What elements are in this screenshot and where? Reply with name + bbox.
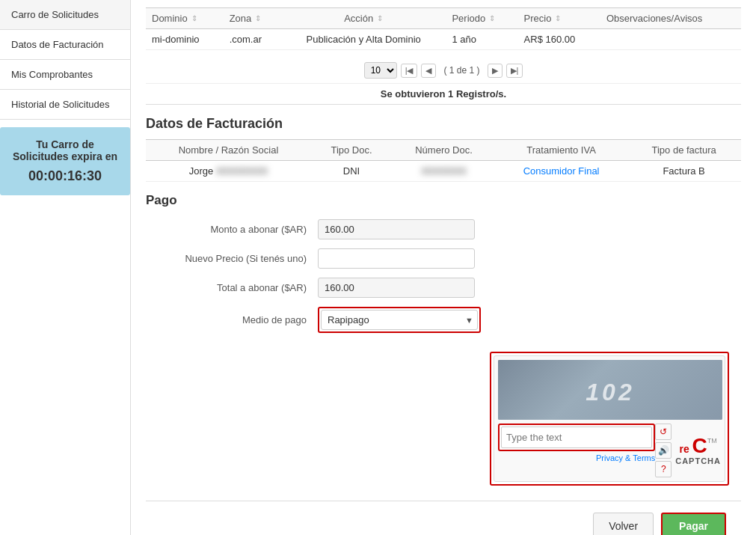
sidebar-item-billing[interactable]: Datos de Facturación [0,30,130,60]
cell-zona: .com.ar [224,29,281,50]
col-accion: Acción ⇕ [281,8,446,29]
pago-section: Pago Monto a abonar ($AR) Nuevo Precio (… [146,193,741,486]
cart-widget-title: Tu Carro de Solicitudes expira en [11,138,119,162]
col-zona: Zona ⇕ [224,8,281,29]
sort-icon-accion[interactable]: ⇕ [377,14,383,22]
captcha-audio-button[interactable]: 🔊 [655,442,672,459]
captcha-icon-buttons: ↺ 🔊 ? [655,424,672,477]
captcha-re-text: re [680,443,689,455]
monto-label: Monto a abonar ($AR) [146,224,318,235]
sort-icon-periodo[interactable]: ⇕ [489,14,495,22]
sidebar-item-receipts[interactable]: Mis Comprobantes [0,60,130,90]
cell-obs [600,29,741,50]
total-input[interactable] [318,278,475,298]
billing-row: Jorge XXXXXXXX DNI XXXXXXX Consumidor Fi… [146,161,741,182]
cell-precio: AR$ 160.00 [518,29,600,50]
captcha-refresh-button[interactable]: ↺ [655,424,672,440]
page-last-button[interactable]: ▶| [506,64,523,78]
captcha-controls: Privacy & Terms ↺ 🔊 ? [498,424,721,477]
captcha-tm: TM [707,437,717,444]
page-first-button[interactable]: |◀ [401,64,418,78]
captcha-inner: 102 Privacy & Terms [494,355,725,482]
billing-col-tipo-factura: Tipo de factura [627,140,741,161]
sidebar-item-history[interactable]: Historial de Solicitudes [0,90,130,120]
col-periodo: Periodo ⇕ [446,8,517,29]
page-prev-button[interactable]: ◀ [421,64,436,78]
billing-cell-nombre: Jorge XXXXXXXX [146,161,311,182]
page-next-button[interactable]: ▶ [488,64,503,78]
sort-icon-precio[interactable]: ⇕ [555,14,561,22]
captcha-image-text: 102 [586,379,634,406]
total-label: Total a abonar ($AR) [146,282,318,293]
sort-icon-dominio[interactable]: ⇕ [191,14,197,22]
cell-dominio: mi-dominio [146,29,224,50]
billing-table: Nombre / Razón Social Tipo Doc. Número D… [146,139,741,182]
cell-accion: Publicación y Alta Dominio [281,29,446,50]
billing-col-num-doc: Número Doc. [392,140,496,161]
pagination-info: ( 1 de 1 ) [443,65,479,76]
captcha-brand-text: CAPTCHA [675,456,721,465]
pago-title: Pago [146,193,741,208]
sidebar: Carro de Solicitudes Datos de Facturació… [0,0,131,535]
nuevo-precio-input[interactable] [318,248,475,269]
captcha-help-button[interactable]: ? [655,461,672,477]
main-content: Dominio ⇕ Zona ⇕ Acción ⇕ [131,0,756,535]
captcha-logo: re C TM CAPTCHA [675,424,721,477]
col-dominio: Dominio ⇕ [146,8,224,29]
billing-cell-num-doc: XXXXXXX [392,161,496,182]
per-page-select[interactable]: 10 25 50 [364,62,397,79]
blurred-surname: XXXXXXXX [216,165,268,177]
captcha-container: 102 Privacy & Terms [318,348,729,486]
pagination-bar: 10 25 50 |◀ ◀ ( 1 de 1 ) ▶ ▶| [146,58,741,84]
blurred-num-doc: XXXXXXX [421,165,467,177]
billing-col-tipo-doc: Tipo Doc. [311,140,392,161]
billing-col-nombre: Nombre / Razón Social [146,140,311,161]
captcha-text-input[interactable] [501,427,652,448]
captcha-wrapper: 102 Privacy & Terms [490,352,729,486]
medio-pago-select[interactable]: Rapipago Mercado Pago Transferencia [321,310,478,330]
medio-pago-row: Medio de pago Rapipago Mercado Pago Tran… [146,307,741,333]
billing-cell-tipo-factura: Factura B [627,161,741,182]
col-precio: Precio ⇕ [518,8,600,29]
volver-button[interactable]: Volver [593,513,654,535]
captcha-c-icon: C [692,434,707,457]
captcha-links: Privacy & Terms [498,453,655,462]
total-row: Total a abonar ($AR) [146,278,741,298]
nuevo-precio-label: Nuevo Precio (Si tenés uno) [146,253,318,264]
medio-pago-label: Medio de pago [146,314,318,325]
billing-section-title: Datos de Facturación [146,116,741,132]
pagar-button[interactable]: Pagar [661,513,726,535]
captcha-image: 102 [498,360,722,420]
cart-widget: Tu Carro de Solicitudes expira en 00:00:… [0,127,130,195]
record-count: Se obtuvieron 1 Registro/s. [146,84,741,105]
sort-icon-zona[interactable]: ⇕ [255,14,261,22]
sidebar-item-cart[interactable]: Carro de Solicitudes [0,0,130,30]
table-row: mi-dominio .com.ar Publicación y Alta Do… [146,29,741,50]
privacy-terms-link[interactable]: Privacy & Terms [596,453,655,462]
col-obs: Observaciones/Avisos [600,8,741,29]
nuevo-precio-row: Nuevo Precio (Si tenés uno) [146,248,741,269]
billing-cell-tipo-doc: DNI [311,161,392,182]
billing-cell-iva: Consumidor Final [496,161,627,182]
monto-input[interactable] [318,219,475,239]
cell-periodo: 1 año [446,29,517,50]
captcha-input-section: Privacy & Terms [498,424,655,477]
captcha-input-wrapper [498,424,655,451]
medio-pago-wrapper: Rapipago Mercado Pago Transferencia ▼ [318,307,481,333]
billing-col-iva: Tratamiento IVA [496,140,627,161]
monto-row: Monto a abonar ($AR) [146,219,741,239]
domain-table: Dominio ⇕ Zona ⇕ Acción ⇕ [146,7,741,50]
cart-widget-timer: 00:00:16:30 [11,168,119,184]
footer-bar: Volver Pagar [146,501,741,535]
